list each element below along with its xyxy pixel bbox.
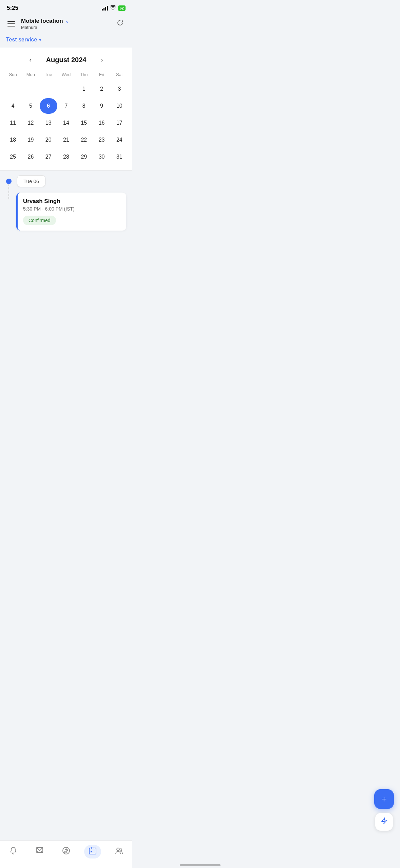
calendar-day [57,81,75,97]
calendar-days: 1234567891011121314151617181920212223242… [4,81,128,165]
schedule-section: Tue 06 Urvash Singh 5:30 PM - 6:00 PM (I… [0,170,132,265]
battery-icon: 62 [118,5,126,11]
calendar-day [22,81,39,97]
calendar-day[interactable]: 25 [4,149,22,165]
calendar-day[interactable]: 8 [75,98,93,114]
header: Mobile location ⌄ Mathura [0,14,132,33]
calendar-day[interactable]: 6 [40,98,57,114]
calendar-grid: Sun Mon Tue Wed Thu Fri Sat 123456789101… [4,71,128,165]
location-chevron-icon: ⌄ [65,18,69,24]
status-time: 5:25 [7,5,18,12]
calendar-day[interactable]: 14 [57,115,75,131]
hamburger-menu[interactable] [6,20,16,28]
calendar-day[interactable]: 13 [40,115,57,131]
calendar-day[interactable]: 28 [57,149,75,165]
weekday-sun: Sun [4,71,22,78]
calendar-day[interactable]: 22 [75,132,93,148]
calendar-day[interactable]: 5 [22,98,39,114]
appointment-status: Confirmed [23,216,56,225]
weekday-thu: Thu [75,71,93,78]
calendar-nav: ‹ August 2024 › [4,51,128,71]
weekday-wed: Wed [57,71,75,78]
service-chevron-icon: ▾ [39,37,41,42]
calendar-day[interactable]: 15 [75,115,93,131]
refresh-icon [116,19,124,29]
timeline-date-row: Tue 06 [6,175,126,187]
calendar-day[interactable]: 20 [40,132,57,148]
weekday-fri: Fri [93,71,110,78]
location-subtitle: Mathura [21,25,114,30]
prev-month-button[interactable]: ‹ [25,54,36,65]
appointment-card[interactable]: Urvash Singh 5:30 PM - 6:00 PM (IST) Con… [16,193,126,231]
calendar-day[interactable]: 11 [4,115,22,131]
next-month-button[interactable]: › [96,54,107,65]
appointment-name: Urvash Singh [23,198,121,205]
calendar-day[interactable]: 19 [22,132,39,148]
calendar-day[interactable]: 30 [93,149,110,165]
calendar-day[interactable]: 10 [111,98,128,114]
calendar-section: ‹ August 2024 › Sun Mon Tue Wed Thu Fri … [0,48,132,170]
calendar-day[interactable]: 23 [93,132,110,148]
calendar-day[interactable]: 29 [75,149,93,165]
calendar-day[interactable]: 18 [4,132,22,148]
calendar-day[interactable]: 26 [22,149,39,165]
status-bar: 5:25 62 [0,0,132,14]
calendar-day [40,81,57,97]
calendar-day[interactable]: 27 [40,149,57,165]
appointment-time: 5:30 PM - 6:00 PM (IST) [23,206,121,212]
calendar-day[interactable]: 3 [111,81,128,97]
wifi-icon [110,5,116,11]
weekday-tue: Tue [40,71,57,78]
location-title[interactable]: Mobile location ⌄ [21,18,114,24]
weekday-sat: Sat [111,71,128,78]
signal-icon [102,6,108,11]
calendar-day [4,81,22,97]
calendar-day[interactable]: 4 [4,98,22,114]
calendar-day[interactable]: 12 [22,115,39,131]
calendar-day[interactable]: 24 [111,132,128,148]
calendar-day[interactable]: 1 [75,81,93,97]
date-badge: Tue 06 [17,175,45,187]
location-selector[interactable]: Mobile location ⌄ Mathura [21,18,114,30]
calendar-day[interactable]: 31 [111,149,128,165]
calendar-month-title: August 2024 [46,56,87,64]
service-label: Test service [6,37,37,43]
calendar-day[interactable]: 21 [57,132,75,148]
calendar-day[interactable]: 2 [93,81,110,97]
calendar-day[interactable]: 17 [111,115,128,131]
calendar-weekdays: Sun Mon Tue Wed Thu Fri Sat [4,71,128,78]
calendar-day[interactable]: 7 [57,98,75,114]
status-icons: 62 [102,5,126,11]
timeline-dot [6,179,12,184]
calendar-day[interactable]: 16 [93,115,110,131]
weekday-mon: Mon [22,71,39,78]
service-selector[interactable]: Test service ▾ [0,33,132,48]
refresh-button[interactable] [114,18,126,30]
service-dropdown-button[interactable]: Test service ▾ [6,37,126,43]
calendar-day[interactable]: 9 [93,98,110,114]
